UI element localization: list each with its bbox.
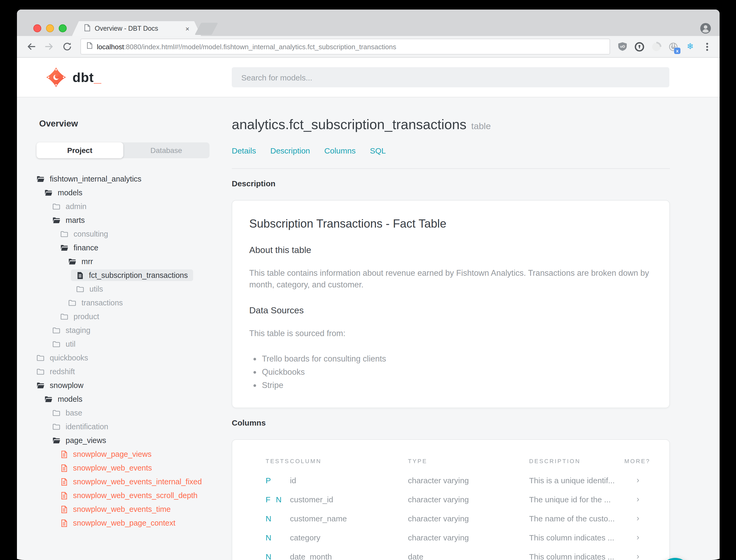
window-controls xyxy=(33,24,67,32)
columns-table-header: TESTSCOLUMNTYPEDESCRIPTIONMORE? xyxy=(232,458,669,464)
browser-toolbar: localhost:8080/index.html#!/model/model.… xyxy=(17,36,720,58)
tree-item-label: utils xyxy=(89,285,103,293)
onepassword-icon[interactable] xyxy=(634,42,644,52)
tree-item-label: redshift xyxy=(50,367,75,376)
back-button[interactable] xyxy=(25,40,38,53)
columns-card: TESTSCOLUMNTYPEDESCRIPTIONMORE? Pidchara… xyxy=(232,440,670,560)
search-input[interactable] xyxy=(232,67,669,87)
columns-table-body: Pidcharacter varyingThis is a unique ide… xyxy=(232,471,669,560)
extension-x-badge-icon[interactable]: x xyxy=(668,42,678,52)
column-row-customer_name[interactable]: Ncustomer_namecharacter varyingThe name … xyxy=(232,509,669,528)
folder-open-icon xyxy=(52,436,60,444)
tests-cell: P xyxy=(266,476,290,485)
file-outline-icon xyxy=(60,491,68,499)
dbt-logo[interactable]: dbt_ xyxy=(46,67,102,88)
tree-item-finance[interactable]: finance xyxy=(17,241,229,255)
column-name-cell: category xyxy=(290,533,408,542)
column-row-id[interactable]: Pidcharacter varyingThis is a unique ide… xyxy=(232,471,669,490)
nav-link-description[interactable]: Description xyxy=(271,146,310,155)
new-tab-button[interactable] xyxy=(195,23,218,35)
tab-project[interactable]: Project xyxy=(37,142,123,158)
doc-title: Subscription Transactions - Fact Table xyxy=(249,217,652,231)
tree-item-label: snowplow xyxy=(50,381,83,390)
divider xyxy=(232,168,670,169)
nav-link-sql[interactable]: SQL xyxy=(370,146,386,155)
folder-closed-icon xyxy=(52,326,60,334)
tree-item-staging[interactable]: staging xyxy=(17,323,229,337)
folder-closed-icon xyxy=(52,340,60,348)
dbt-logo-icon xyxy=(46,67,67,88)
tree-item-utils[interactable]: utils xyxy=(17,282,229,296)
tree-item-util[interactable]: util xyxy=(17,337,229,351)
expand-chevron-icon[interactable]: › xyxy=(624,514,669,523)
forward-button[interactable] xyxy=(43,40,56,53)
sources-heading: Data Sources xyxy=(249,305,652,316)
zoom-window-button[interactable] xyxy=(59,24,67,32)
tab-database[interactable]: Database xyxy=(123,142,210,158)
column-row-category[interactable]: Ncategorycharacter varyingThis column in… xyxy=(232,528,669,547)
source-item: Quickbooks xyxy=(262,365,652,379)
expand-chevron-icon[interactable]: › xyxy=(624,476,669,485)
expand-chevron-icon[interactable]: › xyxy=(624,533,669,542)
about-heading: About this table xyxy=(249,245,652,256)
tab-close-icon[interactable]: × xyxy=(186,25,190,32)
extension-circle-icon[interactable] xyxy=(651,42,661,52)
close-window-button[interactable] xyxy=(33,24,41,32)
folder-open-icon xyxy=(68,258,76,265)
tree-item-consulting[interactable]: consulting xyxy=(17,227,229,241)
expand-chevron-icon[interactable]: › xyxy=(624,495,669,504)
anchor-nav: DetailsDescriptionColumnsSQL xyxy=(232,146,670,155)
tree-item-marts[interactable]: marts xyxy=(17,213,229,227)
browser-menu-icon[interactable] xyxy=(702,42,712,52)
about-text: This table contains information about re… xyxy=(249,267,651,291)
tree-item-admin[interactable]: admin xyxy=(17,200,229,213)
tree-item-label: snowplow_web_page_context xyxy=(73,519,175,527)
tree-item-snowplow_web_page_context[interactable]: snowplow_web_page_context xyxy=(17,516,229,530)
folder-closed-icon xyxy=(52,423,60,431)
reload-button[interactable] xyxy=(61,40,74,53)
view-toggle: Project Database xyxy=(37,142,210,158)
tree-item-mrr[interactable]: mrr xyxy=(17,255,229,268)
ublock-origin-icon[interactable]: uO xyxy=(617,42,627,52)
tree-item-snowplow_page_views[interactable]: snowplow_page_views xyxy=(17,447,229,461)
tree-item-page_views[interactable]: page_views xyxy=(17,433,229,447)
folder-closed-icon xyxy=(52,202,60,210)
tree-item-snowplow_web_events[interactable]: snowplow_web_events xyxy=(17,461,229,475)
tree-item-snowplow[interactable]: snowplow xyxy=(17,378,229,392)
tree-item-base[interactable]: base xyxy=(17,406,229,420)
tree-item-models[interactable]: models xyxy=(17,186,229,200)
profile-avatar-icon[interactable] xyxy=(700,23,711,34)
tree-item-snowplow_web_events_time[interactable]: snowplow_web_events_time xyxy=(17,502,229,516)
source-item: Trello boards for consulting clients xyxy=(262,352,652,365)
type-cell: character varying xyxy=(408,533,529,542)
tree-item-models[interactable]: models xyxy=(17,392,229,406)
tree-item-label: quickbooks xyxy=(50,354,88,362)
tree-item-product[interactable]: product xyxy=(17,310,229,323)
folder-open-icon xyxy=(60,244,68,252)
tree-item-quickbooks[interactable]: quickbooks xyxy=(17,351,229,365)
tree-item-label: models xyxy=(58,188,83,197)
sources-intro: This table is sourced from: xyxy=(249,328,651,340)
browser-tab[interactable]: Overview - DBT Docs × xyxy=(72,21,201,36)
column-row-customer_id[interactable]: F Ncustomer_idcharacter varyingThe uniqu… xyxy=(232,490,669,509)
address-bar[interactable]: localhost:8080/index.html#!/model/model.… xyxy=(80,39,610,55)
page-icon xyxy=(86,42,93,51)
tree-item-redshift[interactable]: redshift xyxy=(17,365,229,378)
nav-link-columns[interactable]: Columns xyxy=(324,146,356,155)
snowflake-icon[interactable]: ❄ xyxy=(685,42,695,52)
tree-item-snowplow_web_events_internal_fixed[interactable]: snowplow_web_events_internal_fixed xyxy=(17,475,229,489)
file-outline-icon xyxy=(60,478,68,486)
tree-item-fct_subscription_transactions[interactable]: fct_subscription_transactions xyxy=(17,268,229,282)
minimize-window-button[interactable] xyxy=(46,24,54,32)
dbt-logo-text: dbt_ xyxy=(73,67,102,88)
tree-item-transactions[interactable]: transactions xyxy=(17,296,229,310)
column-row-date_month[interactable]: Ndate_monthdateThis column indicates ...… xyxy=(232,547,669,560)
expand-chevron-icon[interactable]: › xyxy=(624,552,669,560)
tree-item-snowplow_web_events_scroll_depth[interactable]: snowplow_web_events_scroll_depth xyxy=(17,489,229,502)
nav-link-details[interactable]: Details xyxy=(232,146,256,155)
tree-item-identification[interactable]: identification xyxy=(17,420,229,433)
content-area: Overview Project Database fishtown_inter… xyxy=(17,97,720,557)
columns-section-heading: Columns xyxy=(232,418,670,427)
tree-item-label: snowplow_page_views xyxy=(73,450,152,458)
tree-item-fishtown_internal_analytics[interactable]: fishtown_internal_analytics xyxy=(17,172,229,186)
